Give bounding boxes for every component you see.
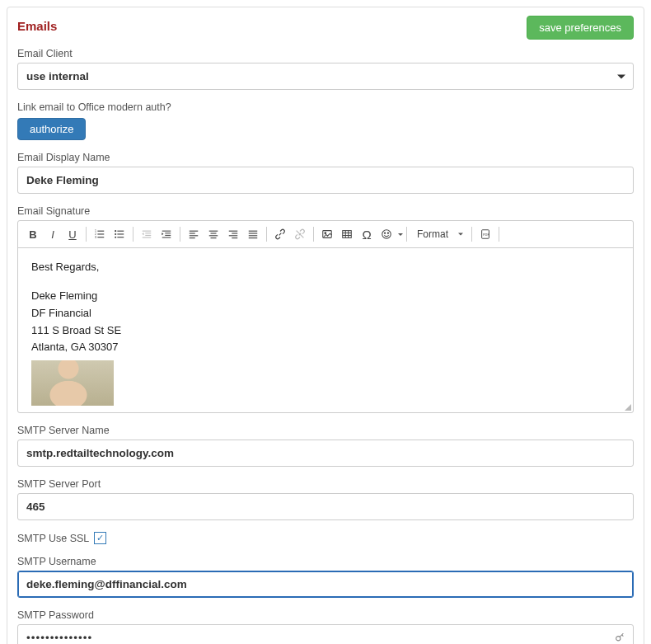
svg-point-10 (115, 233, 116, 235)
svg-rect-31 (232, 233, 237, 233)
signature-line: Deke Fleming (31, 289, 620, 304)
svg-rect-21 (162, 237, 171, 238)
svg-rect-19 (165, 233, 171, 233)
smiley-icon (377, 224, 396, 244)
svg-rect-37 (249, 237, 258, 238)
svg-rect-26 (209, 231, 218, 232)
display-name-input[interactable] (17, 167, 634, 194)
svg-point-42 (384, 233, 385, 233)
align-center-icon[interactable] (204, 224, 223, 244)
office-auth-label: Link email to Office modern auth? (17, 101, 634, 113)
signature-line: 111 S Broad St SE (31, 323, 620, 339)
signature-textarea[interactable]: Best Regards, Deke Fleming DF Financial … (18, 248, 633, 412)
svg-rect-15 (145, 233, 151, 233)
chevron-down-icon (458, 233, 463, 236)
svg-rect-34 (249, 231, 258, 232)
panel-header: Emails save preferences (17, 16, 634, 40)
smtp-password-input[interactable] (17, 624, 634, 644)
svg-text:3: 3 (95, 236, 96, 239)
smtp-server-input[interactable] (17, 440, 634, 467)
signature-line: DF Financial (31, 306, 620, 322)
bold-icon[interactable]: B (23, 224, 43, 244)
align-justify-icon[interactable] (243, 224, 263, 244)
outdent-icon[interactable] (137, 224, 157, 244)
svg-point-43 (387, 233, 388, 233)
save-preferences-button[interactable]: save preferences (527, 16, 634, 40)
email-client-select[interactable]: use internal (17, 63, 634, 90)
email-client-select-wrap: use internal (17, 63, 634, 90)
smtp-password-label: SMTP Password (17, 609, 634, 621)
svg-point-41 (382, 230, 391, 239)
svg-rect-3 (97, 233, 104, 234)
svg-rect-17 (143, 237, 152, 238)
signature-editor: B I U 123 (17, 220, 634, 413)
svg-text:PDF: PDF (483, 233, 489, 237)
svg-rect-13 (117, 237, 124, 237)
link-icon[interactable] (270, 224, 290, 244)
authorize-button[interactable]: authorize (17, 118, 86, 140)
resize-handle-icon[interactable] (623, 402, 631, 411)
emails-panel: Emails save preferences Email Client use… (7, 7, 644, 644)
svg-rect-35 (249, 233, 258, 233)
pdf-icon[interactable]: PDF (475, 224, 495, 244)
unlink-icon[interactable] (290, 224, 310, 244)
align-left-icon[interactable] (184, 224, 204, 244)
svg-rect-27 (211, 233, 217, 233)
svg-rect-9 (117, 231, 124, 232)
svg-rect-23 (190, 233, 195, 233)
smtp-ssl-label: SMTP Use SSL (17, 533, 89, 544)
special-char-icon[interactable]: Ω (357, 224, 377, 244)
table-icon[interactable] (337, 224, 357, 244)
email-client-label: Email Client (17, 48, 634, 59)
svg-rect-32 (229, 235, 238, 236)
smtp-ssl-checkbox[interactable]: ✓ (94, 532, 106, 544)
svg-rect-22 (190, 231, 199, 232)
align-right-icon[interactable] (223, 224, 243, 244)
signature-line: Best Regards, (31, 260, 620, 275)
format-dropdown[interactable]: Format (410, 224, 468, 244)
indent-icon[interactable] (157, 224, 176, 244)
svg-rect-4 (97, 237, 104, 237)
svg-rect-28 (209, 235, 218, 236)
svg-rect-36 (249, 235, 258, 236)
svg-rect-16 (145, 235, 151, 236)
svg-rect-33 (232, 237, 237, 238)
svg-rect-14 (143, 231, 152, 232)
svg-rect-20 (165, 235, 171, 236)
svg-rect-18 (162, 231, 171, 232)
svg-rect-2 (97, 231, 104, 232)
smtp-username-input[interactable] (17, 571, 634, 598)
smtp-port-label: SMTP Server Port (17, 478, 634, 490)
svg-rect-24 (190, 235, 199, 236)
signature-line: Atlanta, GA 30307 (31, 340, 620, 355)
avatar-image (31, 360, 114, 406)
svg-rect-11 (117, 233, 124, 234)
svg-rect-30 (229, 231, 238, 232)
svg-rect-25 (190, 237, 195, 238)
svg-point-39 (325, 233, 326, 234)
image-icon[interactable] (317, 224, 337, 244)
svg-point-8 (115, 230, 116, 232)
svg-rect-40 (343, 231, 352, 238)
format-label: Format (417, 228, 448, 240)
page-title: Emails (17, 16, 57, 33)
editor-toolbar: B I U 123 (18, 221, 633, 248)
svg-rect-29 (211, 237, 217, 238)
smtp-username-label: SMTP Username (17, 556, 634, 567)
italic-icon[interactable]: I (43, 224, 63, 244)
emoji-picker[interactable] (377, 224, 403, 244)
unordered-list-icon[interactable] (110, 224, 129, 244)
smtp-server-label: SMTP Server Name (17, 425, 634, 436)
ordered-list-icon[interactable]: 123 (90, 224, 110, 244)
chevron-down-icon (398, 233, 403, 236)
key-icon (614, 631, 625, 644)
underline-icon[interactable]: U (63, 224, 82, 244)
signature-label: Email Signature (17, 205, 634, 217)
display-name-label: Email Display Name (17, 152, 634, 163)
smtp-port-input[interactable] (17, 493, 634, 520)
svg-point-12 (115, 237, 116, 238)
